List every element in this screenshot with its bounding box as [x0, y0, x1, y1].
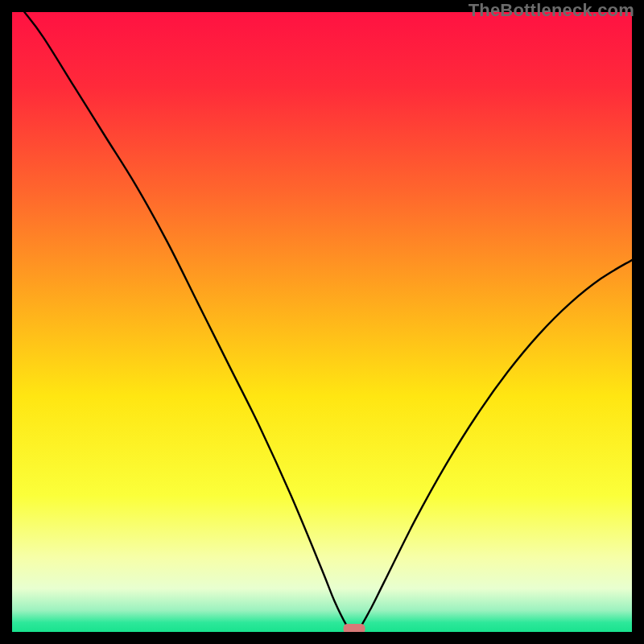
- optimal-marker: [344, 624, 365, 632]
- bottleneck-chart: [12, 12, 632, 632]
- watermark-text: TheBottleneck.com: [469, 0, 634, 21]
- gradient-background: [12, 12, 632, 632]
- chart-frame: TheBottleneck.com: [0, 0, 644, 644]
